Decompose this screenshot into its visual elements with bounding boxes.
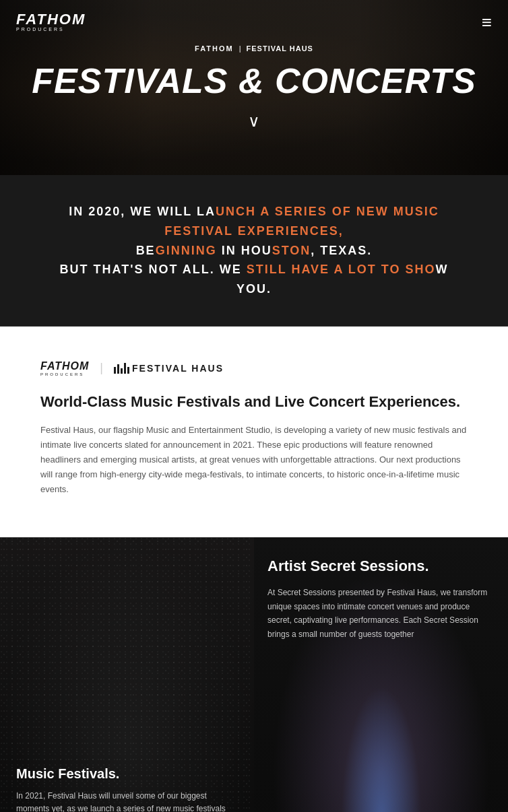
spotlight-effect	[341, 686, 422, 812]
fathom-logo-text: FATHOM	[40, 360, 89, 372]
fh-bar-5	[127, 367, 129, 374]
hero-content: FATHOM | FESTIVAL HAUS Festivals & Conce…	[32, 44, 476, 98]
scroll-down-button[interactable]: ∨	[248, 112, 260, 131]
hero-title-concerts: Concerts	[275, 61, 476, 100]
festival-haus-logo: FESTIVAL HAUS	[114, 363, 224, 374]
logo-text: FATHOM	[16, 11, 86, 28]
tagline-l2-w1: BE	[136, 244, 156, 257]
tagline-line3: BUT THAT'S NOT ALL. WE STILL HAVE A LOT …	[40, 260, 468, 299]
split-section: Music Festivals. In 2021, Festival Haus …	[0, 537, 508, 812]
tagline-line2: BEGINNING IN HOUSTON, TEXAS.	[40, 241, 468, 261]
logo-divider: |	[100, 361, 103, 375]
secret-sessions-title: Artist Secret Sessions.	[267, 557, 495, 575]
tagline-section: IN 2020, WE WILL LAUNCH A SERIES OF NEW …	[0, 175, 508, 326]
secret-sessions-body: At Secret Sessions presented by Festival…	[267, 586, 495, 641]
content-body: Festival Haus, our flagship Music and En…	[40, 423, 468, 497]
tagline-line1: IN 2020, WE WILL LAUNCH A SERIES OF NEW …	[40, 202, 468, 241]
site-header: FATHOM PRODUCERS ≡	[0, 0, 508, 44]
hero-title: Festivals & Concerts	[32, 63, 476, 98]
fh-bar-4	[124, 363, 126, 374]
fh-bar-3	[121, 368, 123, 374]
split-right-panel: Artist Secret Sessions. At Secret Sessio…	[254, 537, 508, 812]
fh-bars-icon	[114, 363, 129, 374]
content-section: FATHOM PRODUCERS | FESTIVAL HAUS World-C…	[0, 327, 508, 537]
tagline-l3-o1: STILL HAVE A LOT TO SHO	[247, 263, 436, 276]
tagline-l2-w2: IN HOU	[217, 244, 272, 257]
hero-title-amp: &	[239, 61, 275, 100]
partner-logos: FATHOM PRODUCERS | FESTIVAL HAUS	[40, 360, 468, 376]
fathom-logo-dark: FATHOM PRODUCERS	[40, 360, 89, 376]
tagline-l2-o1: GINNING	[156, 244, 217, 257]
tagline-l1-o1: UNCH A SERIES OF NEW MU	[216, 205, 415, 218]
hero-title-festivals: Festivals	[32, 61, 228, 100]
tagline-l2-w3: , TEXAS.	[311, 244, 372, 257]
hero-branding: FATHOM | FESTIVAL HAUS	[32, 44, 476, 53]
music-festivals-title: Music Festivals.	[16, 766, 238, 782]
hero-brand-divider: |	[239, 44, 241, 53]
content-heading: World-Class Music Festivals and Live Con…	[40, 393, 468, 412]
hero-brand-fh: FESTIVAL HAUS	[247, 44, 313, 53]
tagline-l1-w1: IN 2020, WE WILL LA	[69, 205, 216, 218]
tagline-l2-o2: STON	[272, 244, 311, 257]
music-festivals-body: In 2021, Festival Haus will unveil some …	[16, 790, 238, 812]
split-left-content: Music Festivals. In 2021, Festival Haus …	[0, 537, 254, 812]
hamburger-menu[interactable]: ≡	[482, 13, 492, 31]
festival-haus-text: FESTIVAL HAUS	[132, 363, 224, 374]
fh-bar-2	[117, 364, 119, 374]
logo-sub: PRODUCERS	[16, 27, 86, 32]
logo: FATHOM PRODUCERS	[16, 12, 86, 32]
split-left-panel: Music Festivals. In 2021, Festival Haus …	[0, 537, 254, 812]
tagline-text: IN 2020, WE WILL LAUNCH A SERIES OF NEW …	[40, 202, 468, 299]
tagline-l3-w1: BUT THAT'S NOT ALL. WE	[60, 263, 247, 276]
fathom-logo-sub: PRODUCERS	[40, 372, 89, 376]
fh-bar-1	[114, 367, 116, 374]
split-right-content: Artist Secret Sessions. At Secret Sessio…	[254, 537, 508, 661]
hero-brand-fathom: FATHOM	[195, 44, 234, 53]
